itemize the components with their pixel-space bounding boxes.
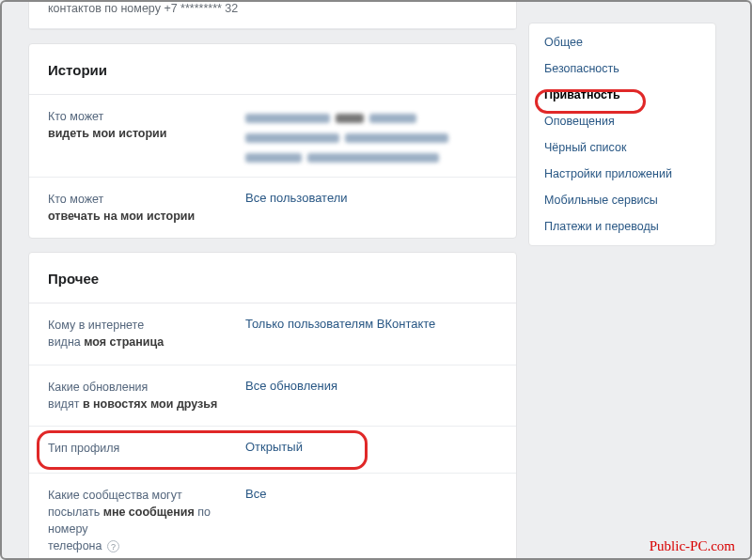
row-community-messages[interactable]: Какие сообщества могут посылать мне сооб…: [29, 474, 516, 560]
row-stories-visibility-value-blurred: [245, 108, 454, 163]
row-stories-reply[interactable]: Кто может отвечать на мои истории Все по…: [29, 178, 516, 238]
panel-stories: Истории Кто может видеть мои истории: [28, 43, 517, 239]
row-page-visibility-value[interactable]: Только пользователям ВКонтакте: [245, 317, 435, 331]
row-stories-reply-value[interactable]: Все пользователи: [245, 191, 348, 205]
watermark: Public-PC.com: [650, 538, 735, 554]
row-page-visibility-label: Кому в интернете видна моя страница: [48, 317, 245, 350]
panel-other-header: Прочее: [29, 253, 516, 303]
row-profile-type-label: Тип профиля: [48, 440, 245, 457]
sidebar-item-security[interactable]: Безопасность: [529, 55, 715, 82]
panel-stories-header: Истории: [29, 44, 516, 95]
contacts-remainder-text: контактов по номеру +7 ********* 32: [29, 0, 516, 29]
row-news-updates-value[interactable]: Все обновления: [245, 379, 337, 393]
settings-sidebar: Общее Безопасность Приватность Оповещени…: [528, 23, 716, 246]
row-news-updates-label: Какие обновления видят в новостях мои др…: [48, 379, 245, 412]
row-page-visibility[interactable]: Кому в интернете видна моя страница Толь…: [29, 303, 516, 365]
sidebar-item-blacklist[interactable]: Чёрный список: [529, 134, 715, 161]
row-stories-reply-label: Кто может отвечать на мои истории: [48, 191, 245, 225]
sidebar-item-payments[interactable]: Платежи и переводы: [529, 213, 715, 240]
help-icon[interactable]: ?: [107, 540, 119, 552]
row-stories-visibility-label: Кто может видеть мои истории: [48, 108, 245, 142]
row-community-messages-label: Какие сообщества могут посылать мне сооб…: [48, 487, 245, 555]
sidebar-item-privacy[interactable]: Приватность: [529, 82, 715, 108]
row-news-updates[interactable]: Какие обновления видят в новостях мои др…: [29, 366, 516, 427]
row-stories-visibility[interactable]: Кто может видеть мои истории: [29, 95, 516, 178]
row-profile-type-value[interactable]: Открытый: [245, 440, 303, 454]
panel-contacts-cut: контактов по номеру +7 ********* 32: [28, 0, 517, 30]
row-community-messages-value[interactable]: Все: [245, 487, 266, 501]
sidebar-item-general[interactable]: Общее: [529, 29, 715, 55]
sidebar-item-notifications[interactable]: Оповещения: [529, 108, 715, 134]
sidebar-item-app-settings[interactable]: Настройки приложений: [529, 161, 715, 187]
sidebar-item-mobile[interactable]: Мобильные сервисы: [529, 187, 715, 213]
panel-other: Прочее Кому в интернете видна моя страни…: [28, 252, 517, 560]
row-profile-type[interactable]: Тип профиля Открытый: [29, 427, 516, 474]
